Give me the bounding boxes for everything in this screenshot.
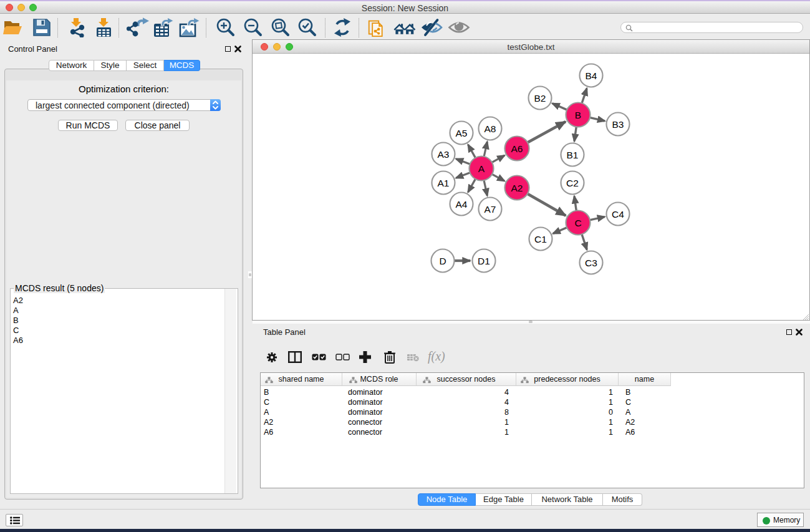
svg-text:A3: A3 (438, 149, 450, 160)
svg-text:C1: C1 (534, 234, 547, 244)
svg-text:A1: A1 (438, 178, 450, 188)
svg-text:B4: B4 (586, 70, 597, 81)
svg-text:A7: A7 (485, 204, 496, 215)
svg-text:B3: B3 (612, 119, 624, 130)
svg-text:D1: D1 (478, 256, 490, 266)
svg-text:A8: A8 (485, 123, 496, 134)
svg-text:C4: C4 (612, 209, 624, 220)
svg-text:D: D (439, 256, 446, 266)
svg-text:A4: A4 (456, 199, 468, 210)
svg-text:A6: A6 (511, 143, 523, 154)
svg-text:C2: C2 (566, 178, 579, 188)
svg-text:C: C (574, 218, 581, 228)
svg-text:C3: C3 (585, 258, 597, 268)
svg-text:B1: B1 (567, 150, 579, 160)
svg-text:A: A (478, 163, 485, 174)
svg-text:B: B (575, 110, 581, 120)
svg-text:B2: B2 (534, 93, 546, 104)
svg-text:A2: A2 (511, 183, 523, 193)
svg-text:A5: A5 (456, 128, 468, 138)
